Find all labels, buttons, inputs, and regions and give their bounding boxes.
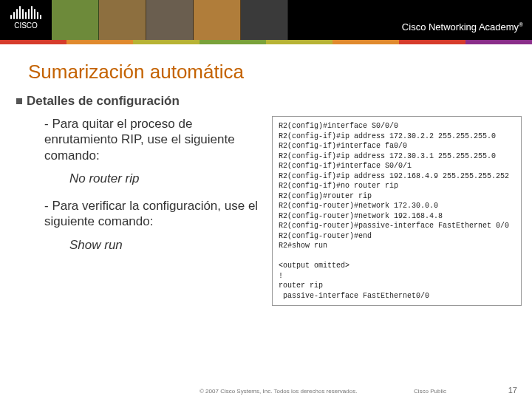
subtitle-row: Detalles de configuración: [16, 94, 532, 109]
cisco-logo: CISCO: [10, 4, 41, 30]
command-2: Show run: [69, 237, 266, 253]
banner-faces: [52, 0, 288, 44]
command-1: No router rip: [69, 171, 266, 186]
content-area: - Para quitar el proceso de enrutamiento…: [0, 116, 532, 306]
cli-output-box: R2(config)#interface S0/0/0 R2(config-if…: [272, 116, 522, 306]
paragraph-2: - Para verificar la configuración, use e…: [44, 198, 266, 230]
bullet-square-icon: [16, 98, 22, 104]
cisco-logo-text: CISCO: [10, 22, 41, 30]
left-column: - Para quitar el proceso de enrutamiento…: [44, 116, 266, 265]
header-banner: CISCO Cisco Networking Academy®: [0, 0, 532, 44]
banner-colorband: [0, 40, 532, 44]
footer-public: Cisco Public: [414, 388, 446, 395]
slide-title: Sumarización automática: [28, 61, 532, 83]
footer-copyright: © 2007 Cisco Systems, Inc. Todos los der…: [200, 388, 357, 395]
paragraph-1: - Para quitar el proceso de enrutamiento…: [44, 116, 266, 163]
footer-page-number: 17: [508, 386, 517, 395]
academy-label: Cisco Networking Academy®: [402, 21, 523, 33]
slide-subtitle: Detalles de configuración: [27, 94, 180, 109]
